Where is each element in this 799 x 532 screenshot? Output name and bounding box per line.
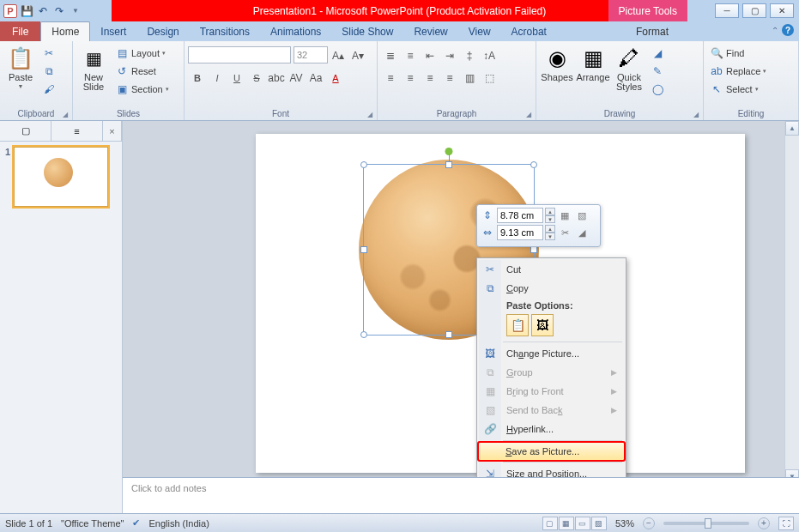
tab-animations[interactable]: Animations — [260, 21, 331, 41]
paste-option-picture[interactable]: 🖼 — [531, 314, 554, 336]
spellcheck-icon[interactable]: ✔ — [132, 517, 140, 529]
normal-view-button[interactable]: ▢ — [542, 517, 558, 530]
bullets-button[interactable]: ≣ — [381, 46, 400, 65]
shape-outline-button[interactable]: ✎ — [648, 63, 667, 80]
new-slide-button[interactable]: ▦ New Slide — [76, 43, 111, 92]
maximize-button[interactable]: ▢ — [742, 3, 766, 18]
cut-button[interactable]: ✂ — [39, 45, 58, 62]
tab-file[interactable]: File — [0, 21, 40, 41]
close-pane-button[interactable]: × — [103, 121, 122, 141]
crop-icon[interactable]: ✂ — [557, 225, 572, 240]
grow-font-button[interactable]: A▴ — [329, 46, 348, 65]
slide-canvas[interactable]: ▲ ▼ ⤊ ⤋ — [123, 121, 799, 513]
vertical-scrollbar[interactable]: ▲ ▼ ⤊ ⤋ — [784, 121, 799, 513]
width-input[interactable]: 9.13 cm — [497, 225, 543, 240]
resize-handle-w[interactable] — [360, 246, 367, 253]
resize-handle-n[interactable] — [445, 161, 452, 168]
ctx-copy[interactable]: ⧉Copy — [479, 279, 624, 298]
italic-button[interactable]: I — [208, 69, 227, 88]
resize-handle-sw[interactable] — [360, 331, 367, 338]
format-painter-button[interactable]: 🖌 — [39, 81, 58, 98]
redo-icon[interactable]: ↷ — [52, 4, 66, 18]
numbering-button[interactable]: ≡ — [401, 46, 420, 65]
reset-button[interactable]: ↺Reset — [112, 63, 172, 80]
paste-button[interactable]: 📋 Paste ▼ — [3, 43, 38, 89]
qat-dropdown-icon[interactable]: ▼ — [69, 4, 82, 18]
tab-home[interactable]: Home — [40, 21, 90, 41]
justify-button[interactable]: ≡ — [440, 69, 459, 88]
shape-fill-button[interactable]: ◢ — [648, 45, 667, 62]
columns-button[interactable]: ▥ — [460, 69, 479, 88]
find-button[interactable]: 🔍Find — [707, 45, 769, 62]
undo-icon[interactable]: ↶ — [36, 4, 50, 18]
save-icon[interactable]: 💾 — [20, 4, 33, 18]
convert-smartart-button[interactable]: ⬚ — [480, 69, 499, 88]
tab-view[interactable]: View — [458, 21, 501, 41]
change-case-button[interactable]: Aa — [306, 69, 325, 88]
align-center-button[interactable]: ≡ — [401, 69, 420, 88]
sorter-view-button[interactable]: ▦ — [559, 517, 574, 530]
select-button[interactable]: ↖Select ▾ — [707, 81, 769, 98]
font-name-combo[interactable] — [188, 46, 291, 63]
drawing-launcher-icon[interactable]: ◢ — [691, 109, 701, 119]
outline-tab-icon[interactable]: ≡ — [51, 121, 103, 141]
slideshow-view-button[interactable]: ▧ — [591, 517, 607, 530]
tab-transitions[interactable]: Transitions — [190, 21, 260, 41]
arrange-button[interactable]: ▦Arrange — [576, 43, 610, 82]
resize-handle-ne[interactable] — [530, 161, 537, 168]
bring-forward-icon[interactable]: ▦ — [557, 208, 572, 223]
ctx-hyperlink[interactable]: 🔗Hyperlink... — [479, 420, 624, 438]
resize-handle-s[interactable] — [445, 331, 452, 338]
zoom-slider[interactable] — [663, 522, 749, 525]
resize-handle-nw[interactable] — [360, 161, 367, 168]
ctx-save-as-picture[interactable]: Save as Picture... — [478, 442, 625, 461]
fit-to-window-button[interactable]: ⛶ — [778, 517, 794, 530]
text-direction-button[interactable]: ↕A — [480, 46, 499, 65]
height-input[interactable]: 8.78 cm — [497, 208, 543, 223]
quick-styles-button[interactable]: 🖍Quick Styles — [612, 43, 646, 92]
notes-pane[interactable]: Click to add notes — [123, 477, 799, 513]
height-spinner[interactable]: ▲▼ — [545, 208, 555, 223]
font-size-combo[interactable]: 32 — [294, 46, 328, 63]
zoom-in-button[interactable]: + — [758, 517, 770, 529]
zoom-thumb[interactable] — [705, 518, 711, 529]
underline-button[interactable]: U — [227, 69, 246, 88]
tab-format[interactable]: Format — [626, 21, 679, 41]
zoom-out-button[interactable]: − — [643, 517, 655, 529]
paste-option-keep-formatting[interactable]: 📋 — [506, 314, 529, 336]
width-spinner[interactable]: ▲▼ — [545, 225, 555, 240]
align-right-button[interactable]: ≡ — [421, 69, 439, 88]
reading-view-button[interactable]: ▭ — [575, 517, 590, 530]
section-button[interactable]: ▣Section ▾ — [112, 81, 172, 98]
shapes-button[interactable]: ◉Shapes — [540, 43, 574, 82]
align-left-button[interactable]: ≡ — [381, 69, 400, 88]
shrink-font-button[interactable]: A▾ — [348, 46, 367, 65]
language-indicator[interactable]: English (India) — [148, 518, 209, 529]
decrease-indent-button[interactable]: ⇤ — [421, 46, 439, 65]
scroll-up-icon[interactable]: ▲ — [785, 121, 799, 136]
char-spacing-button[interactable]: AV — [287, 69, 306, 88]
tab-slideshow[interactable]: Slide Show — [331, 21, 403, 41]
send-backward-icon[interactable]: ▧ — [574, 208, 590, 223]
ctx-change-picture[interactable]: 🖼Change Picture... — [479, 344, 624, 363]
minimize-button[interactable]: ─ — [715, 3, 739, 18]
font-launcher-icon[interactable]: ◢ — [365, 109, 375, 119]
shadow-button[interactable]: abc — [267, 69, 286, 88]
help-icon[interactable]: ? — [782, 24, 794, 36]
shape-effects-button[interactable]: ◯ — [648, 81, 667, 98]
strikethrough-button[interactable]: S — [247, 69, 266, 88]
styles-icon[interactable]: ◢ — [574, 225, 590, 240]
slide-thumbnail-1[interactable]: 1 — [0, 142, 122, 212]
minimize-ribbon-icon[interactable]: ⌃ — [772, 26, 778, 35]
tab-design[interactable]: Design — [136, 21, 189, 41]
layout-button[interactable]: ▤Layout ▾ — [112, 45, 172, 62]
paragraph-launcher-icon[interactable]: ◢ — [524, 109, 534, 119]
close-button[interactable]: ✕ — [770, 3, 794, 18]
ctx-cut[interactable]: ✂Cut — [479, 260, 624, 279]
replace-button[interactable]: abReplace ▾ — [707, 63, 769, 80]
line-spacing-button[interactable]: ‡ — [460, 46, 479, 65]
tab-acrobat[interactable]: Acrobat — [501, 21, 557, 41]
copy-button[interactable]: ⧉ — [39, 63, 58, 80]
tab-review[interactable]: Review — [403, 21, 457, 41]
resize-handle-e[interactable] — [530, 246, 537, 253]
